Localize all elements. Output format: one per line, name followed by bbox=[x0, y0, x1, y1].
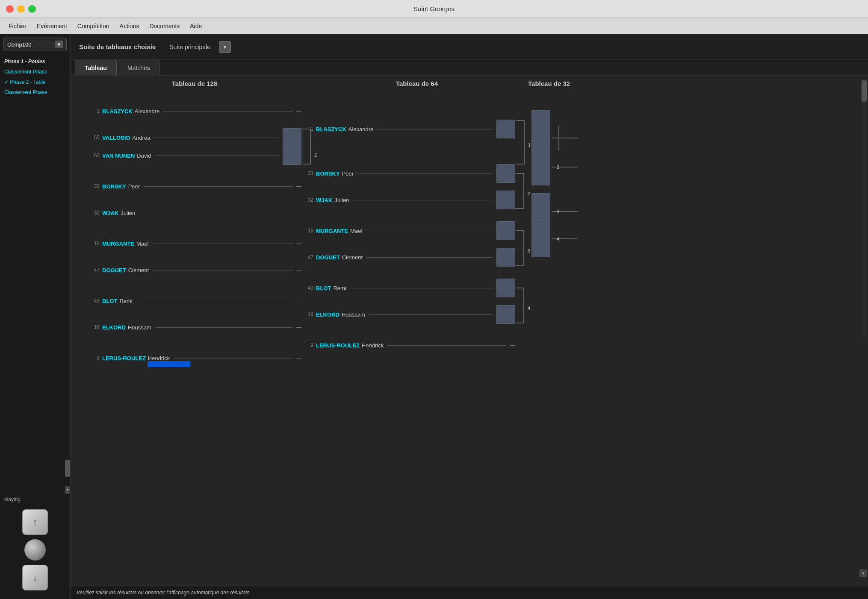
bracket-headers: Tableau de 128 Tableau de 64 Tableau de … bbox=[79, 80, 859, 87]
h-scroll-thumb[interactable] bbox=[148, 361, 190, 367]
player-line-16m bbox=[152, 244, 293, 244]
sidebar-item-phase1[interactable]: Phase 1 - Poules bbox=[0, 56, 70, 67]
player-row-1: 1 BLASZYCK Alexandre — bbox=[88, 102, 301, 120]
sidebar-item-classement1[interactable]: Classement Phase bbox=[0, 67, 70, 77]
player-row-49: 49 BLOT Remi — bbox=[88, 292, 301, 310]
player-last-64-1: BLASZYCK bbox=[316, 126, 346, 132]
menu-evenement[interactable]: Evénement bbox=[32, 21, 71, 31]
player-last-64-49: BLOT bbox=[316, 285, 331, 291]
competition-dropdown-arrow[interactable]: ▼ bbox=[55, 41, 63, 48]
suite-dropdown-button[interactable]: ▼ bbox=[219, 41, 231, 53]
player-row-64-1: 1 BLASZYCK Alexandre bbox=[301, 120, 515, 138]
player-last-33: BORSKY bbox=[102, 183, 126, 190]
round32-entry-1 bbox=[528, 129, 699, 147]
player-row-64-47: 47 DOGUET Clement 3 bbox=[301, 248, 515, 266]
menu-bar: Fichier Evénement Compétition Actions Do… bbox=[0, 18, 868, 34]
score-box-63[interactable] bbox=[283, 146, 301, 165]
player-line-32 bbox=[139, 213, 293, 213]
player-first-64-32: Julien bbox=[334, 197, 349, 203]
tab-tableau[interactable]: Tableau bbox=[75, 60, 117, 76]
menu-competition[interactable]: Compétition bbox=[73, 21, 114, 31]
score-box-65[interactable] bbox=[283, 128, 301, 147]
player-row-64-33: 33 BORSKY Peer bbox=[301, 164, 515, 182]
top-bar: Suite de tableaux choisie Suite principa… bbox=[71, 34, 868, 60]
player-first-64-9: Hendrick bbox=[362, 342, 384, 349]
seed-64-16e: 16 bbox=[301, 311, 313, 317]
control-sphere bbox=[24, 539, 46, 561]
seed-33-128: 33 bbox=[88, 183, 100, 189]
seed-47-128: 47 bbox=[88, 267, 100, 273]
player-row-64-16e: 16 ELKORD Houssam 4 bbox=[301, 305, 515, 323]
player-line-64-1 bbox=[377, 129, 493, 129]
header-64: Tableau de 64 bbox=[306, 80, 528, 87]
player-line-47 bbox=[152, 270, 293, 270]
player-row-16m: 16 MURGANTE Mael — bbox=[88, 235, 301, 253]
menu-aide[interactable]: Aide bbox=[186, 21, 206, 31]
menu-documents[interactable]: Documents bbox=[145, 21, 184, 31]
sidebar-playing-label: playing bbox=[0, 494, 70, 505]
player-line-64-49 bbox=[350, 288, 493, 288]
seed-64-33: 33 bbox=[301, 170, 313, 176]
round32-entry-3: 3 bbox=[528, 202, 699, 221]
player-first-65: Andrea bbox=[132, 135, 150, 141]
score-box-64-49[interactable] bbox=[496, 279, 515, 297]
score-box-64-32[interactable]: 2 bbox=[496, 191, 515, 209]
window-controls[interactable] bbox=[6, 5, 36, 13]
player-first-16m: Mael bbox=[136, 241, 148, 247]
content-area: Suite de tableaux choisie Suite principa… bbox=[71, 34, 868, 599]
tab-matches[interactable]: Matches bbox=[118, 60, 160, 76]
menu-actions[interactable]: Actions bbox=[115, 21, 144, 31]
player-row-64-49: 49 BLOT Remi bbox=[301, 279, 515, 297]
player-last-64-32: WJAK bbox=[316, 197, 332, 203]
title-bar: Saint Georges bbox=[0, 0, 868, 18]
close-button[interactable] bbox=[6, 5, 14, 13]
player-last-1: BLASZYCK bbox=[102, 108, 133, 115]
sidebar-item-classement2[interactable]: Classement Phase bbox=[0, 87, 70, 97]
player-row-64-32: 32 WJAK Julien 2 bbox=[301, 191, 515, 209]
player-first-63: David bbox=[137, 153, 151, 159]
player-line-64-16e bbox=[369, 314, 493, 315]
seed-16e-128: 16 bbox=[88, 324, 100, 330]
player-line-64-16m bbox=[366, 231, 493, 231]
score-box-64-1[interactable] bbox=[496, 120, 515, 138]
score-box-64-47[interactable]: 3 bbox=[496, 248, 515, 267]
score-box-64-16e[interactable]: 4 bbox=[496, 305, 515, 324]
player-last-64-16m: MURGANTE bbox=[316, 228, 348, 234]
player-line-9 bbox=[173, 358, 293, 358]
player-last-64-33: BORSKY bbox=[316, 170, 340, 177]
player-last-63: VAN NUNEN bbox=[102, 153, 135, 159]
score-box-64-33[interactable] bbox=[496, 164, 515, 183]
maximize-button[interactable] bbox=[28, 5, 36, 13]
score-box-32-4[interactable]: 4 bbox=[531, 220, 550, 257]
player-first-16e: Houssam bbox=[128, 324, 151, 331]
seed-64-16m: 16 bbox=[301, 228, 313, 234]
player-line-63 bbox=[155, 156, 279, 156]
player-row-64-16m: 16 MURGANTE Mael bbox=[301, 222, 515, 240]
bracket-container[interactable]: ▼ Tableau de 128 Tableau de 64 Tableau d… bbox=[71, 76, 868, 586]
competition-dropdown[interactable]: Comp100 ▼ bbox=[3, 38, 67, 51]
sidebar-item-phase2[interactable]: Phase 2 - Table bbox=[0, 77, 70, 87]
player-row-65: 65 VALLOSIO Andrea bbox=[88, 129, 301, 147]
score-box-64-16m[interactable] bbox=[496, 221, 515, 240]
player-row-63: 63 VAN NUNEN David 2 bbox=[88, 147, 301, 164]
player-row-16e: 16 ELKORD Houssam — bbox=[88, 318, 301, 336]
player-row-33: 33 BORSKY Peer — bbox=[88, 177, 301, 195]
player-last-16m: MURGANTE bbox=[102, 241, 134, 247]
seed-64-9: 9 bbox=[301, 342, 313, 348]
round32-entry-2: 2 bbox=[528, 158, 699, 176]
status-text: Veuillez saisir les résultats ou observe… bbox=[77, 590, 250, 596]
scroll-up-button[interactable]: ↑ bbox=[22, 509, 48, 535]
player-row-64-9: 9 LERUS-ROULEZ Hendrick — bbox=[301, 336, 515, 354]
seed-64-1: 1 bbox=[301, 126, 313, 132]
score-box-32-2[interactable]: 2 bbox=[531, 149, 550, 185]
sidebar-list: Phase 1 - Poules Classement Phase Phase … bbox=[0, 55, 70, 460]
player-last-32: WJAK bbox=[102, 210, 118, 216]
status-bar: Veuillez saisir les résultats ou observe… bbox=[71, 586, 868, 599]
menu-fichier[interactable]: Fichier bbox=[4, 21, 31, 31]
player-last-64-47: DOGUET bbox=[316, 254, 340, 261]
player-line-65 bbox=[154, 138, 279, 138]
player-last-47: DOGUET bbox=[102, 267, 126, 273]
scroll-down-button[interactable]: ↓ bbox=[22, 565, 48, 590]
minimize-button[interactable] bbox=[17, 5, 25, 13]
bracket-scroll: Tableau de 128 Tableau de 64 Tableau de … bbox=[71, 76, 868, 380]
